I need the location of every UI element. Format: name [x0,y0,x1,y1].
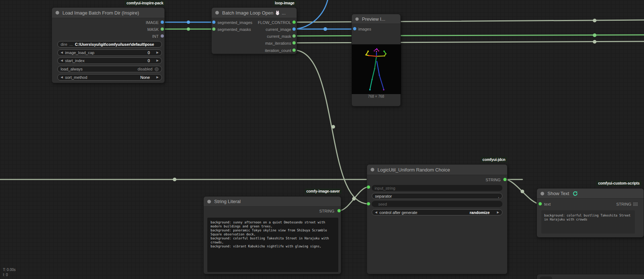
widget-value: 0 [148,58,150,63]
node-load-image-batch[interactable]: Load Image Batch From Dir (Inspire) IMAG… [52,7,165,83]
port-out-string-literal[interactable] [338,209,341,213]
node-title: Show Text [547,191,569,196]
wire-dot [173,178,176,181]
widget-value: randomize [470,210,490,215]
collapse-dot-icon[interactable] [371,168,374,171]
node-title-bar[interactable]: LogicUtil_Uniform Random Choice [367,165,507,175]
partial-widget [540,276,552,279]
output-label-int: INT [152,34,159,39]
collapse-dot-icon[interactable] [541,192,544,195]
output-label-flow-control: FLOW_CONTROL [258,20,291,25]
step-left-icon[interactable]: ◀ [61,49,63,56]
node-title: Batch Image Loop Open [222,10,273,16]
port-out-image[interactable] [161,21,164,24]
input-label: seed [375,202,387,206]
wire-dot [521,190,524,193]
step-left-icon[interactable]: ◀ [375,209,377,216]
step-right-icon[interactable]: ▶ [156,57,159,64]
status-iterations: I: 0 [3,273,8,277]
wire-dot [593,33,596,37]
node-string-literal[interactable]: String Literal STRING background: sunny … [203,196,341,274]
node-preview-image[interactable]: Preview I... images [351,14,401,106]
port-out-mask[interactable] [161,28,164,31]
widget-label: start_index [65,58,85,63]
port-in-segmented-masks[interactable] [212,28,216,31]
string-text-widget[interactable]: background: sunny afternoon on a quiet O… [207,218,338,272]
input-label-text: text [544,202,551,207]
port-out-iteration-count[interactable] [293,49,296,52]
toggle-knob-icon[interactable] [155,67,159,71]
widget-control-after-generate[interactable]: ◀ control after generate randomize ▶ [372,209,502,215]
wire-dot [593,19,596,23]
output-label-current-mask: current_mask [267,34,291,39]
port-out-flow-control[interactable] [293,21,296,24]
output-label-iteration-count: iteration_count [265,48,291,53]
input-label: input_string [375,186,395,190]
status-time: T: 0.00s [3,268,16,272]
widget-ellipsis: ... [69,42,73,46]
port-out-max-iterations[interactable] [293,41,296,45]
wire-dot [331,125,335,129]
node-title: String Literal [214,199,241,204]
badge-custom-scripts: comfyui-custom-scripts [596,181,641,186]
step-right-icon[interactable]: ▶ [156,74,159,81]
input-widget-seed[interactable]: seed [372,201,502,207]
node-title-bar[interactable]: Show Text [537,189,644,199]
widget-label: image_load_cap [65,50,94,55]
node-title: LogicUtil_Uniform Random Choice [378,167,450,173]
port-in-show-text[interactable] [539,202,542,206]
port-in-input-string[interactable] [367,186,370,189]
widget-label: control after generate [379,210,417,215]
wire-dot [187,21,190,24]
wire-flow-control-right [294,20,644,22]
widget-directory[interactable]: dire ... C:\Users\syui\git\comfyui\user\… [57,41,162,48]
image-dimensions-caption: 768 × 768 [352,94,400,98]
port-out-current-mask[interactable] [293,35,296,38]
port-in-seed[interactable] [367,202,370,206]
node-title-bar[interactable]: Preview I... [352,14,400,24]
node-title-suffix: ... [282,10,286,16]
node-title-bar[interactable]: String Literal [204,197,341,207]
badge-comfy-image-saver: comfy-image-saver [305,189,342,194]
output-label-string: STRING [616,202,631,207]
widget-start-index[interactable]: ◀ start_index 0 ▶ [57,57,162,64]
collapse-dot-icon[interactable] [215,11,219,15]
show-text-output-widget[interactable]: background: colorful bustling Takeshita … [541,210,635,234]
input-widget-input-string[interactable]: input_string [372,185,502,191]
collapse-dot-icon[interactable] [355,17,359,21]
grid-icon[interactable] [633,202,638,206]
widget-label: dire [61,42,67,46]
output-label-current-image: current_image [266,27,291,32]
port-in-segmented-images[interactable] [212,21,216,24]
collapse-dot-icon[interactable] [56,11,59,15]
step-left-icon[interactable]: ◀ [61,57,63,64]
step-left-icon[interactable]: ◀ [61,74,63,81]
badge-inspire-pack: comfyui-inspire-pack [125,0,165,6]
widget-label: separator [375,194,392,198]
node-title-bar[interactable]: Load Image Batch From Dir (Inspire) [52,8,164,18]
widget-label: load_always [61,67,83,71]
widget-separator[interactable]: separator , [372,193,502,199]
node-logicutil-random-choice[interactable]: LogicUtil_Uniform Random Choice STRING i… [367,164,508,274]
collapse-dot-icon[interactable] [207,200,211,203]
wire-dot [352,197,356,201]
port-out-logicutil-string[interactable] [504,178,507,181]
widget-sort-method[interactable]: ◀ sort_method None ▶ [57,74,162,81]
port-in-images[interactable] [353,27,356,31]
node-batch-image-loop[interactable]: Batch Image Loop Open ... segmented_imag… [211,7,297,54]
port-out-current-image[interactable] [293,28,296,31]
output-label-string: STRING [485,177,501,182]
output-label-mask: MASK [147,27,159,32]
widget-load-always[interactable]: load_always disabled [57,66,162,72]
step-right-icon[interactable]: ▶ [497,209,499,216]
refresh-icon [572,191,578,196]
node-partial-bottom-right[interactable] [537,274,644,279]
widget-image-load-cap[interactable]: ◀ image_load_cap 0 ▶ [57,49,162,56]
port-out-int[interactable] [161,35,164,38]
node-title-bar[interactable]: Batch Image Loop Open ... [212,8,297,18]
wire-current-image-up [294,0,328,29]
step-right-icon[interactable]: ▶ [156,49,159,56]
node-show-text[interactable]: Show Text text STRING background: colorf… [537,188,644,238]
node-graph-canvas[interactable]: comfyui-inspire-pack loop-image comfyui-… [0,0,644,279]
widget-value: disabled [138,67,152,71]
